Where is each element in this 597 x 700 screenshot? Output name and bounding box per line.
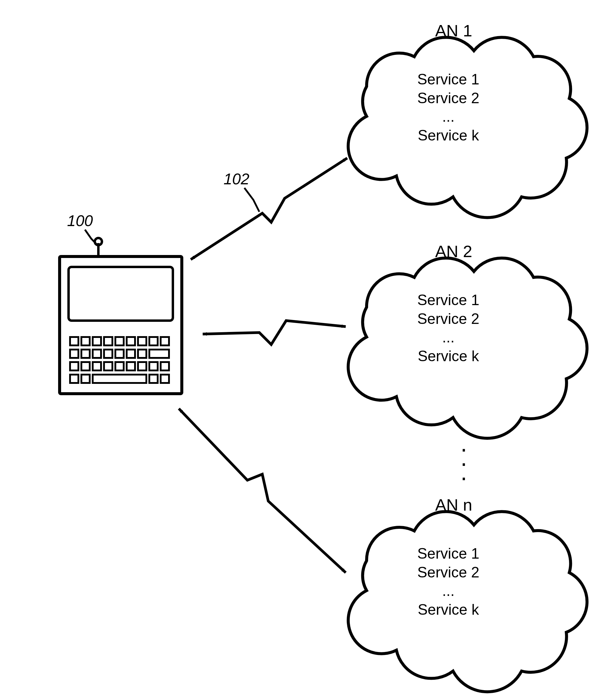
cloud-n-line-4: Service k — [417, 600, 479, 619]
svg-rect-19 — [138, 350, 146, 358]
ref-label-100: 100 — [67, 212, 93, 230]
leader-100 — [85, 230, 97, 245]
cloud-n-services: Service 1 Service 2 ... Service k — [417, 544, 479, 619]
svg-rect-30 — [70, 375, 78, 383]
svg-rect-31 — [81, 375, 90, 383]
svg-rect-6 — [93, 337, 101, 345]
cloud-2-title: AN 2 — [435, 242, 472, 261]
cloud-n-title: AN n — [435, 495, 472, 515]
svg-rect-22 — [81, 362, 90, 370]
cloud-1-line-1: Service 1 — [417, 70, 479, 89]
ref-label-102: 102 — [224, 170, 250, 188]
svg-rect-16 — [104, 350, 112, 358]
svg-rect-21 — [70, 362, 78, 370]
cloud-1-title: AN 1 — [435, 21, 472, 40]
device-icon — [60, 238, 182, 394]
cloud-2-services: Service 1 Service 2 ... Service k — [417, 291, 479, 365]
cloud-1-line-2: Service 2 — [417, 89, 479, 108]
svg-rect-34 — [161, 375, 169, 383]
svg-rect-25 — [115, 362, 124, 370]
svg-rect-26 — [127, 362, 135, 370]
svg-rect-15 — [93, 350, 101, 358]
svg-rect-14 — [81, 350, 90, 358]
link-arrow-2 — [203, 321, 346, 345]
leader-102 — [244, 188, 259, 212]
svg-rect-12 — [161, 337, 169, 345]
diagram-svg — [0, 0, 597, 700]
svg-rect-28 — [149, 362, 158, 370]
svg-rect-2 — [60, 256, 182, 394]
svg-rect-4 — [70, 337, 78, 345]
svg-rect-10 — [138, 337, 146, 345]
svg-rect-33 — [149, 375, 158, 383]
cloud-n-line-1: Service 1 — [417, 544, 479, 563]
svg-rect-29 — [161, 362, 169, 370]
cloud-n-line-3: ... — [417, 582, 479, 600]
cloud-2-line-4: Service k — [417, 347, 479, 366]
cloud-2-line-1: Service 1 — [417, 291, 479, 309]
svg-rect-8 — [115, 337, 124, 345]
svg-rect-13 — [70, 350, 78, 358]
cloud-2-line-3: ... — [417, 328, 479, 347]
cloud-1-line-3: ... — [417, 107, 479, 126]
vertical-ellipsis: ··· — [461, 442, 467, 484]
diagram-canvas: 100 102 AN 1 Service 1 Service 2 ... Ser… — [0, 0, 597, 700]
link-arrow-n — [179, 408, 346, 573]
svg-rect-20 — [149, 350, 169, 358]
cloud-2-line-2: Service 2 — [417, 309, 479, 328]
cloud-1-line-4: Service k — [417, 126, 479, 145]
svg-rect-11 — [149, 337, 158, 345]
svg-rect-3 — [69, 267, 173, 321]
svg-rect-9 — [127, 337, 135, 345]
svg-rect-17 — [115, 350, 124, 358]
svg-rect-24 — [104, 362, 112, 370]
cloud-n-line-2: Service 2 — [417, 563, 479, 582]
link-arrow-1 — [191, 158, 347, 259]
cloud-1-services: Service 1 Service 2 ... Service k — [417, 70, 479, 145]
svg-rect-27 — [138, 362, 146, 370]
svg-rect-23 — [93, 362, 101, 370]
svg-rect-18 — [127, 350, 135, 358]
svg-rect-5 — [81, 337, 90, 345]
svg-rect-7 — [104, 337, 112, 345]
svg-rect-32 — [93, 375, 146, 383]
